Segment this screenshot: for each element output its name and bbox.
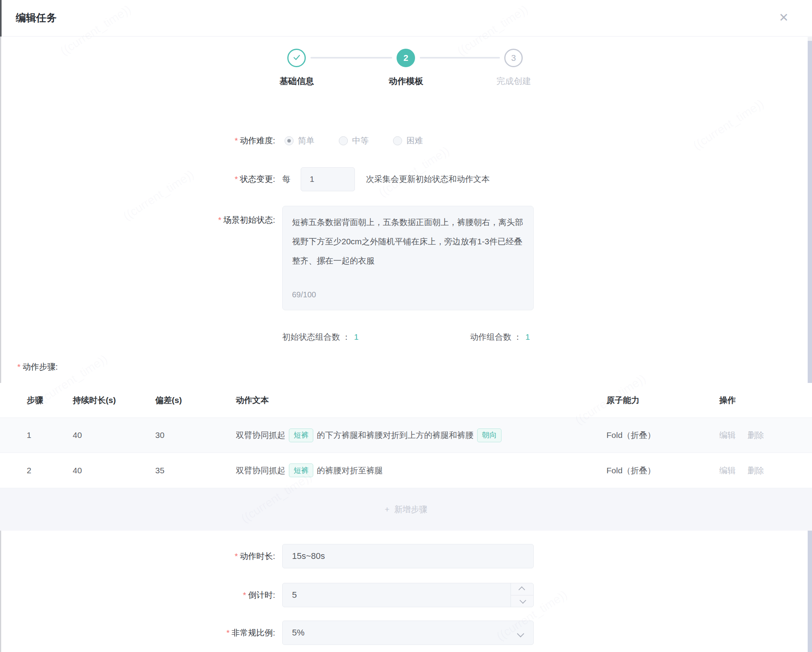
difficulty-label: *动作难度:	[0, 133, 275, 148]
object-tag: 短裤	[289, 429, 313, 442]
table-row: 2 40 35 双臂协同抓起 短裤 的裤腰对折至裤腿 Fold（折叠） 编辑 删…	[0, 453, 812, 488]
action-combo-label: 动作组合数 ：	[470, 330, 522, 344]
initial-combo-value: 1	[354, 330, 359, 344]
required-asterisk: *	[17, 362, 20, 371]
close-icon: ✕	[779, 11, 788, 24]
object-tag: 短裤	[289, 463, 313, 477]
cell-step: 2	[27, 466, 73, 475]
header-actions: 操作	[719, 395, 812, 406]
delete-link[interactable]: 删除	[748, 430, 764, 441]
dialog-title: 编辑任务	[16, 11, 57, 25]
state-change-control: 每 1 次采集会更新初始状态和动作文本	[282, 167, 490, 192]
combos-row: 初始状态组合数 ： 1 动作组合数 ： 1	[0, 330, 812, 344]
step-1-circle	[287, 49, 306, 67]
chevron-up-icon	[518, 586, 525, 593]
decrement-button[interactable]	[511, 595, 533, 607]
state-change-suffix: 次采集会更新初始状态和动作文本	[366, 174, 490, 185]
unusual-ratio-select[interactable]: 5%	[282, 621, 534, 645]
direction-tag: 朝向	[477, 429, 502, 442]
header-text: 动作文本	[236, 395, 606, 406]
state-change-row: *状态变更: 每 1 次采集会更新初始状态和动作文本	[0, 167, 812, 192]
cell-duration: 40	[73, 430, 155, 440]
step-3-label: 完成创建	[470, 75, 557, 87]
delete-link[interactable]: 删除	[748, 465, 764, 476]
unusual-ratio-value: 5%	[292, 628, 305, 638]
chevron-down-icon	[517, 630, 524, 637]
chevron-down-icon	[519, 597, 526, 604]
step-2-label: 动作模板	[363, 75, 449, 87]
action-steps-label: *动作步骤:	[17, 360, 58, 374]
countdown-input[interactable]: 5	[282, 583, 534, 607]
required-asterisk: *	[218, 215, 221, 224]
cell-actions: 编辑 删除	[719, 465, 812, 476]
step-connector-1	[310, 57, 392, 59]
initial-state-textarea[interactable]: 短裤五条数据背面朝上，五条数据正面朝上，裤腰朝右，离头部视野下方至少20cm之外…	[282, 206, 534, 310]
action-duration-label: *动作时长:	[0, 544, 275, 568]
number-spinner	[511, 583, 533, 607]
radio-circle	[393, 136, 402, 145]
cell-actions: 编辑 删除	[719, 430, 812, 441]
radio-circle-checked	[285, 136, 294, 145]
step-2-number: 2	[403, 53, 408, 63]
required-asterisk: *	[235, 136, 238, 145]
window-edge-top	[0, 0, 2, 37]
action-duration-row: *动作时长: 15s~80s	[0, 544, 812, 568]
state-change-input[interactable]: 1	[301, 167, 355, 191]
initial-state-label: *场景初始状态:	[0, 206, 275, 225]
action-combo-value: 1	[525, 330, 530, 344]
header-step: 步骤	[27, 395, 73, 406]
radio-dot	[287, 139, 291, 143]
cell-ability: Fold（折叠）	[606, 465, 719, 476]
table-row: 1 40 30 双臂协同抓起 短裤 的下方裤腿和裤腰对折到上方的裤腿和裤腰 朝向…	[0, 418, 812, 453]
initial-combo: 初始状态组合数 ： 1	[282, 330, 359, 344]
edit-task-dialog: ((current_time)) ((current_time)) ((curr…	[0, 0, 812, 652]
cell-deviation: 35	[155, 466, 236, 475]
radio-hard-label: 困难	[406, 135, 423, 146]
add-step-label: 新增步骤	[394, 504, 427, 515]
cell-step: 1	[27, 430, 73, 440]
step-1-label: 基础信息	[254, 75, 340, 87]
edit-link[interactable]: 编辑	[719, 465, 736, 476]
step-3-circle: 3	[504, 49, 523, 67]
required-asterisk: *	[235, 174, 238, 183]
unusual-ratio-row: *非常规比例: 5%	[0, 621, 812, 645]
countdown-label: *倒计时:	[0, 583, 275, 607]
radio-medium[interactable]: 中等	[339, 135, 369, 146]
required-asterisk: *	[235, 551, 238, 560]
radio-medium-label: 中等	[352, 135, 369, 146]
state-change-label: *状态变更:	[0, 167, 275, 192]
state-change-prefix: 每	[282, 174, 290, 185]
add-step-button[interactable]: + 新增步骤	[0, 488, 812, 531]
cell-ability: Fold（折叠）	[606, 430, 719, 441]
header-ability: 原子能力	[606, 395, 719, 406]
steps-table: 步骤 持续时长(s) 偏差(s) 动作文本 原子能力 操作 1 40 30 双臂…	[0, 383, 812, 531]
countdown-row: *倒计时: 5	[0, 583, 812, 607]
cell-action-text: 双臂协同抓起 短裤 的下方裤腿和裤腰对折到上方的裤腿和裤腰 朝向	[236, 429, 606, 442]
countdown-value: 5	[292, 590, 297, 600]
close-button[interactable]: ✕	[776, 9, 792, 25]
action-duration-input[interactable]: 15s~80s	[282, 544, 534, 568]
initial-state-text: 短裤五条数据背面朝上，五条数据正面朝上，裤腰朝右，离头部视野下方至少20cm之外…	[292, 218, 523, 265]
edit-link[interactable]: 编辑	[719, 430, 736, 441]
table-header-row: 步骤 持续时长(s) 偏差(s) 动作文本 原子能力 操作	[0, 383, 812, 418]
header-deviation: 偏差(s)	[155, 395, 236, 406]
radio-hard[interactable]: 困难	[393, 135, 423, 146]
dialog-header: 编辑任务 ✕	[0, 0, 812, 37]
action-combo: 动作组合数 ： 1	[470, 330, 530, 344]
initial-combo-label: 初始状态组合数 ：	[282, 330, 351, 344]
step-2-circle: 2	[397, 49, 415, 67]
difficulty-row: *动作难度: 简单 中等 困难	[0, 133, 812, 148]
required-asterisk: *	[243, 590, 246, 599]
cell-deviation: 30	[155, 430, 236, 440]
increment-button[interactable]	[511, 583, 533, 595]
unusual-ratio-label: *非常规比例:	[0, 621, 275, 645]
step-connector-2	[420, 57, 500, 59]
plus-icon: +	[385, 505, 389, 514]
radio-easy-label: 简单	[298, 135, 314, 146]
header-duration: 持续时长(s)	[73, 395, 155, 406]
difficulty-radio-group: 简单 中等 困难	[285, 133, 423, 148]
radio-easy[interactable]: 简单	[285, 135, 314, 146]
cell-action-text: 双臂协同抓起 短裤 的裤腰对折至裤腿	[236, 463, 606, 477]
radio-circle	[339, 136, 348, 145]
required-asterisk: *	[226, 628, 230, 637]
